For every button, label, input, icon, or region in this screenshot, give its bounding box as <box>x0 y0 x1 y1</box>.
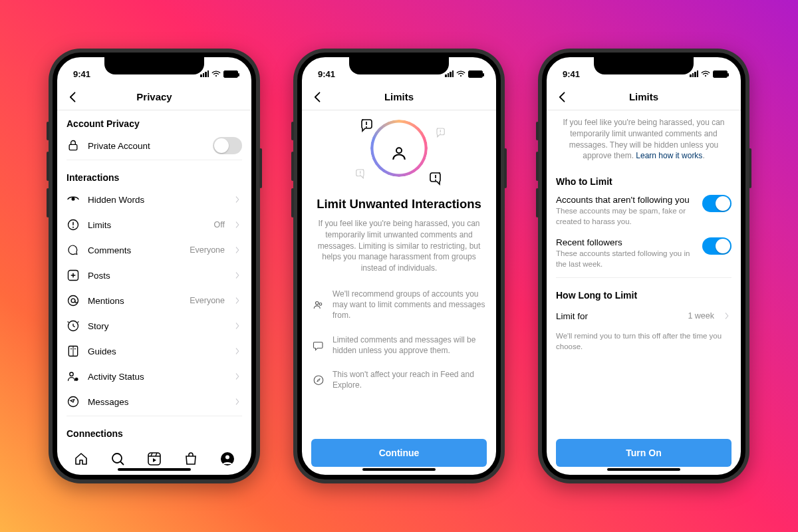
bullet-hidden: Limited comments and messages will be hi… <box>311 328 487 362</box>
section-connections: Connections <box>66 420 242 443</box>
nav-bar: Limits <box>547 84 741 110</box>
row-mentions[interactable]: Mentions Everyone <box>66 288 242 313</box>
row-posts[interactable]: Posts <box>66 263 242 288</box>
comment-icon <box>66 243 80 257</box>
phone-limits-config: 9:41 Limits If you feel like you're bein… <box>538 49 749 483</box>
notch <box>349 57 449 74</box>
row-limits[interactable]: Limits Off <box>66 212 242 237</box>
row-story[interactable]: Story <box>66 313 242 338</box>
battery-icon <box>223 70 238 78</box>
row-comments[interactable]: Comments Everyone <box>66 237 242 263</box>
status-time: 9:41 <box>73 69 90 79</box>
chevron-right-icon <box>233 195 242 204</box>
story-icon <box>66 319 80 332</box>
alert-bubble-faded-icon <box>435 126 447 138</box>
page-title: Limits <box>629 91 658 102</box>
chevron-right-icon <box>233 346 242 356</box>
reminder-text: We'll remind you to turn this off after … <box>556 329 732 354</box>
section-account-privacy: Account Privacy <box>66 110 242 133</box>
chevron-right-icon <box>233 296 242 305</box>
bullet-reach: This won't affect your reach in Feed and… <box>311 362 487 397</box>
guides-icon <box>66 344 80 358</box>
wifi-icon <box>701 70 710 77</box>
section-interactions: Interactions <box>66 164 242 187</box>
status-time: 9:41 <box>318 69 335 79</box>
signal-icon <box>200 70 209 77</box>
alert-bubble-icon <box>427 170 443 186</box>
status-time: 9:41 <box>563 69 580 79</box>
phone-privacy: 9:41 Privacy Account Privacy Private Acc… <box>49 49 260 483</box>
notch <box>104 57 204 74</box>
notch <box>594 57 694 74</box>
hero-title: Limit Unwanted Interactions <box>311 197 487 211</box>
toggle-recent-followers[interactable] <box>702 237 732 255</box>
nav-bar: Limits <box>302 84 496 110</box>
hero-description: If you feel like you're being harassed, … <box>311 211 487 274</box>
tab-profile-icon[interactable] <box>219 451 235 467</box>
turn-on-button[interactable]: Turn On <box>556 439 732 467</box>
private-account-toggle[interactable] <box>213 137 242 154</box>
home-indicator[interactable] <box>118 468 191 471</box>
back-button[interactable] <box>553 88 572 106</box>
row-guides[interactable]: Guides <box>66 338 242 364</box>
section-who-to-limit: Who to Limit <box>556 168 732 191</box>
row-activity-status[interactable]: Activity Status <box>66 364 242 389</box>
hero: Limit Unwanted Interactions If you feel … <box>311 110 487 277</box>
nav-bar: Privacy <box>57 84 251 110</box>
option-not-following: Accounts that aren't following you These… <box>556 191 732 233</box>
plus-icon <box>66 269 80 282</box>
alert-bubble-faded-icon <box>354 168 366 180</box>
signal-icon <box>445 70 454 77</box>
info-text: If you feel like you're being harassed, … <box>556 110 732 168</box>
lock-icon <box>66 139 80 152</box>
alert-bubble-icon <box>359 117 375 133</box>
eye-icon <box>66 193 80 206</box>
activity-icon <box>66 370 80 383</box>
home-indicator[interactable] <box>607 468 680 471</box>
tab-search-icon[interactable] <box>110 451 126 467</box>
tab-reels-icon[interactable] <box>146 451 162 467</box>
page-title: Limits <box>384 91 414 102</box>
phone-limits-intro: 9:41 Limits Limit Unwanted Interactions … <box>293 49 505 483</box>
chevron-right-icon <box>233 321 242 331</box>
compass-icon <box>313 370 325 390</box>
messages-icon <box>66 395 80 408</box>
chevron-right-icon <box>233 220 242 229</box>
row-private-account[interactable]: Private Account <box>66 133 242 158</box>
battery-icon <box>468 70 483 78</box>
user-icon <box>389 143 409 163</box>
toggle-not-following[interactable] <box>702 195 732 212</box>
learn-link[interactable]: Learn how it works <box>636 151 702 160</box>
chevron-right-icon <box>233 397 242 406</box>
section-how-long: How Long to Limit <box>556 282 732 305</box>
chevron-right-icon <box>233 245 242 255</box>
back-button[interactable] <box>309 88 327 106</box>
row-messages[interactable]: Messages <box>66 389 242 414</box>
people-icon <box>313 289 325 321</box>
wifi-icon <box>456 70 466 77</box>
page-title: Privacy <box>136 91 172 102</box>
wifi-icon <box>211 70 221 77</box>
alert-icon <box>66 218 80 231</box>
at-icon <box>66 294 80 307</box>
row-limit-for[interactable]: Limit for 1 week <box>556 305 732 327</box>
continue-button[interactable]: Continue <box>311 439 487 467</box>
back-button[interactable] <box>64 88 82 106</box>
battery-icon <box>713 70 728 78</box>
tab-shop-icon[interactable] <box>183 451 199 467</box>
home-indicator[interactable] <box>362 468 436 471</box>
option-recent-followers: Recent followers These accounts started … <box>556 233 732 276</box>
bullet-accounts: We'll recommend groups of accounts you m… <box>311 282 487 328</box>
signal-icon <box>690 70 698 77</box>
chevron-right-icon <box>722 311 732 321</box>
tab-home-icon[interactable] <box>73 451 89 467</box>
chevron-right-icon <box>233 372 242 381</box>
row-hidden-words[interactable]: Hidden Words <box>66 187 242 212</box>
bubble-icon <box>313 335 325 356</box>
private-account-label: Private Account <box>88 141 205 151</box>
chevron-right-icon <box>233 271 242 280</box>
